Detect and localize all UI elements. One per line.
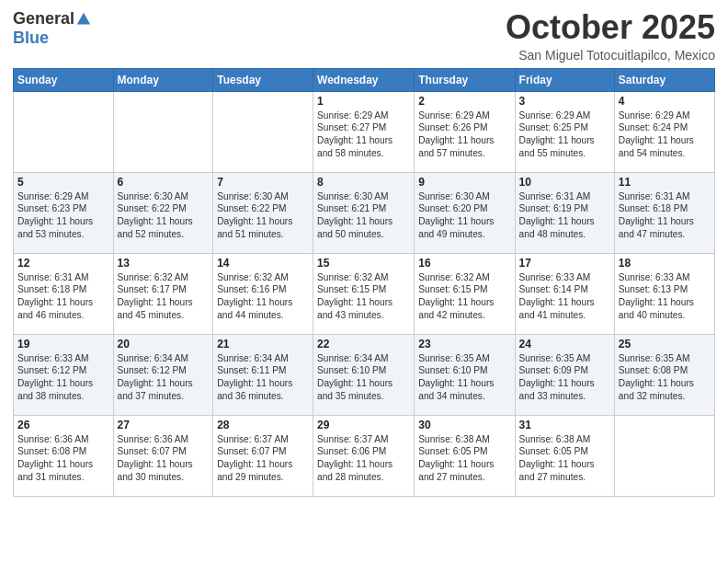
table-row: 24Sunrise: 6:35 AM Sunset: 6:09 PM Dayli… xyxy=(515,334,614,415)
table-row: 12Sunrise: 6:31 AM Sunset: 6:18 PM Dayli… xyxy=(14,253,114,334)
table-row: 19Sunrise: 6:33 AM Sunset: 6:12 PM Dayli… xyxy=(14,334,114,415)
day-info: Sunrise: 6:34 AM Sunset: 6:10 PM Dayligh… xyxy=(317,352,410,403)
table-row: 28Sunrise: 6:37 AM Sunset: 6:07 PM Dayli… xyxy=(213,415,313,496)
day-number: 29 xyxy=(317,419,410,431)
table-row: 30Sunrise: 6:38 AM Sunset: 6:05 PM Dayli… xyxy=(415,415,515,496)
day-info: Sunrise: 6:34 AM Sunset: 6:11 PM Dayligh… xyxy=(217,352,309,403)
day-number: 28 xyxy=(217,419,309,431)
day-info: Sunrise: 6:36 AM Sunset: 6:08 PM Dayligh… xyxy=(17,433,109,484)
day-info: Sunrise: 6:38 AM Sunset: 6:05 PM Dayligh… xyxy=(519,433,610,484)
table-row: 7Sunrise: 6:30 AM Sunset: 6:22 PM Daylig… xyxy=(213,172,313,253)
day-number: 12 xyxy=(17,257,109,270)
day-info: Sunrise: 6:30 AM Sunset: 6:21 PM Dayligh… xyxy=(317,190,410,241)
day-number: 2 xyxy=(418,95,510,108)
header-saturday: Saturday xyxy=(614,68,714,91)
header-sunday: Sunday xyxy=(14,68,114,91)
day-number: 30 xyxy=(418,419,510,431)
day-info: Sunrise: 6:36 AM Sunset: 6:07 PM Dayligh… xyxy=(118,433,210,484)
day-info: Sunrise: 6:31 AM Sunset: 6:19 PM Dayligh… xyxy=(519,190,610,241)
table-row: 13Sunrise: 6:32 AM Sunset: 6:17 PM Dayli… xyxy=(113,253,213,334)
day-info: Sunrise: 6:33 AM Sunset: 6:14 PM Dayligh… xyxy=(519,271,610,322)
day-number: 17 xyxy=(519,257,610,270)
table-row xyxy=(14,91,114,172)
header-thursday: Thursday xyxy=(415,68,515,91)
table-row: 9Sunrise: 6:30 AM Sunset: 6:20 PM Daylig… xyxy=(415,172,515,253)
day-info: Sunrise: 6:38 AM Sunset: 6:05 PM Dayligh… xyxy=(418,433,510,484)
day-number: 21 xyxy=(217,338,309,350)
table-row: 20Sunrise: 6:34 AM Sunset: 6:12 PM Dayli… xyxy=(113,334,213,415)
day-info: Sunrise: 6:32 AM Sunset: 6:16 PM Dayligh… xyxy=(217,271,309,322)
day-info: Sunrise: 6:37 AM Sunset: 6:07 PM Dayligh… xyxy=(217,433,309,484)
day-number: 1 xyxy=(317,95,410,108)
table-row: 11Sunrise: 6:31 AM Sunset: 6:18 PM Dayli… xyxy=(614,172,714,253)
header-wednesday: Wednesday xyxy=(313,68,415,91)
day-number: 19 xyxy=(17,338,109,350)
day-number: 4 xyxy=(619,95,711,108)
day-number: 31 xyxy=(519,419,610,431)
table-row: 22Sunrise: 6:34 AM Sunset: 6:10 PM Dayli… xyxy=(313,334,415,415)
table-row: 17Sunrise: 6:33 AM Sunset: 6:14 PM Dayli… xyxy=(515,253,614,334)
day-info: Sunrise: 6:31 AM Sunset: 6:18 PM Dayligh… xyxy=(619,190,711,241)
table-row: 1Sunrise: 6:29 AM Sunset: 6:27 PM Daylig… xyxy=(313,91,415,172)
day-info: Sunrise: 6:29 AM Sunset: 6:25 PM Dayligh… xyxy=(519,109,610,160)
day-number: 11 xyxy=(619,176,711,189)
day-number: 8 xyxy=(317,176,410,189)
day-info: Sunrise: 6:29 AM Sunset: 6:24 PM Dayligh… xyxy=(619,109,711,160)
header-tuesday: Tuesday xyxy=(213,68,313,91)
table-row: 18Sunrise: 6:33 AM Sunset: 6:13 PM Dayli… xyxy=(614,253,714,334)
logo-general-text: General xyxy=(13,9,74,29)
day-number: 10 xyxy=(519,176,610,189)
logo: General Blue xyxy=(13,9,92,48)
table-row: 4Sunrise: 6:29 AM Sunset: 6:24 PM Daylig… xyxy=(614,91,714,172)
header-friday: Friday xyxy=(515,68,614,91)
day-number: 9 xyxy=(418,176,510,189)
logo-icon xyxy=(75,11,92,28)
day-number: 7 xyxy=(217,176,309,189)
table-row: 27Sunrise: 6:36 AM Sunset: 6:07 PM Dayli… xyxy=(113,415,213,496)
day-number: 18 xyxy=(619,257,711,270)
calendar-week-row: 1Sunrise: 6:29 AM Sunset: 6:27 PM Daylig… xyxy=(14,91,715,172)
table-row: 21Sunrise: 6:34 AM Sunset: 6:11 PM Dayli… xyxy=(213,334,313,415)
day-info: Sunrise: 6:33 AM Sunset: 6:13 PM Dayligh… xyxy=(619,271,711,322)
day-info: Sunrise: 6:32 AM Sunset: 6:17 PM Dayligh… xyxy=(118,271,210,322)
header: General Blue October 2025 San Miguel Tot… xyxy=(13,9,715,63)
calendar-week-row: 26Sunrise: 6:36 AM Sunset: 6:08 PM Dayli… xyxy=(14,415,715,496)
svg-marker-0 xyxy=(77,12,90,24)
table-row: 5Sunrise: 6:29 AM Sunset: 6:23 PM Daylig… xyxy=(14,172,114,253)
table-row: 6Sunrise: 6:30 AM Sunset: 6:22 PM Daylig… xyxy=(113,172,213,253)
table-row: 29Sunrise: 6:37 AM Sunset: 6:06 PM Dayli… xyxy=(313,415,415,496)
header-monday: Monday xyxy=(113,68,213,91)
day-info: Sunrise: 6:35 AM Sunset: 6:08 PM Dayligh… xyxy=(619,352,711,403)
calendar-week-row: 12Sunrise: 6:31 AM Sunset: 6:18 PM Dayli… xyxy=(14,253,715,334)
table-row: 8Sunrise: 6:30 AM Sunset: 6:21 PM Daylig… xyxy=(313,172,415,253)
day-info: Sunrise: 6:30 AM Sunset: 6:22 PM Dayligh… xyxy=(217,190,309,241)
day-info: Sunrise: 6:31 AM Sunset: 6:18 PM Dayligh… xyxy=(17,271,109,322)
day-info: Sunrise: 6:32 AM Sunset: 6:15 PM Dayligh… xyxy=(418,271,510,322)
day-number: 13 xyxy=(118,257,210,270)
table-row: 16Sunrise: 6:32 AM Sunset: 6:15 PM Dayli… xyxy=(415,253,515,334)
table-row: 25Sunrise: 6:35 AM Sunset: 6:08 PM Dayli… xyxy=(614,334,714,415)
day-number: 5 xyxy=(17,176,109,189)
table-row xyxy=(614,415,714,496)
logo-blue-text: Blue xyxy=(13,29,49,47)
day-info: Sunrise: 6:35 AM Sunset: 6:09 PM Dayligh… xyxy=(519,352,610,403)
table-row xyxy=(213,91,313,172)
day-number: 26 xyxy=(17,419,109,431)
calendar-week-row: 19Sunrise: 6:33 AM Sunset: 6:12 PM Dayli… xyxy=(14,334,715,415)
day-info: Sunrise: 6:33 AM Sunset: 6:12 PM Dayligh… xyxy=(17,352,109,403)
table-row: 26Sunrise: 6:36 AM Sunset: 6:08 PM Dayli… xyxy=(14,415,114,496)
table-row xyxy=(113,91,213,172)
day-number: 20 xyxy=(118,338,210,350)
day-number: 22 xyxy=(317,338,410,350)
day-number: 27 xyxy=(118,419,210,431)
day-number: 16 xyxy=(418,257,510,270)
day-number: 14 xyxy=(217,257,309,270)
page: General Blue October 2025 San Miguel Tot… xyxy=(0,0,728,563)
day-number: 3 xyxy=(519,95,610,108)
calendar-header-row: Sunday Monday Tuesday Wednesday Thursday… xyxy=(14,68,715,91)
day-info: Sunrise: 6:37 AM Sunset: 6:06 PM Dayligh… xyxy=(317,433,410,484)
title-month: October 2025 xyxy=(506,9,715,46)
table-row: 31Sunrise: 6:38 AM Sunset: 6:05 PM Dayli… xyxy=(515,415,614,496)
day-info: Sunrise: 6:30 AM Sunset: 6:22 PM Dayligh… xyxy=(118,190,210,241)
table-row: 2Sunrise: 6:29 AM Sunset: 6:26 PM Daylig… xyxy=(415,91,515,172)
